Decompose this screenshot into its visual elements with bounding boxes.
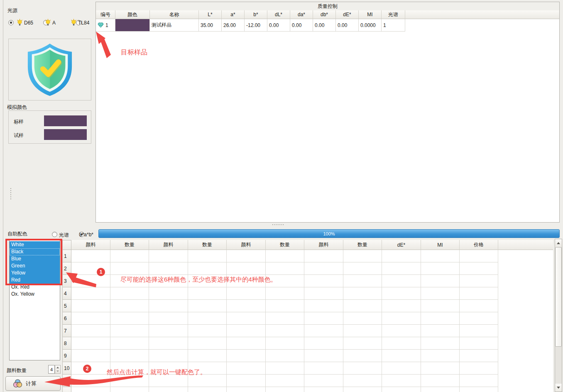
qc-col-header[interactable]: MI xyxy=(359,10,382,19)
recipe-cell[interactable] xyxy=(149,312,188,325)
calculate-button[interactable]: 计算 xyxy=(5,376,61,391)
row-header[interactable]: 11 xyxy=(62,375,71,387)
recipe-cell[interactable] xyxy=(188,250,227,262)
recipe-cell[interactable] xyxy=(227,250,266,262)
recipe-cell[interactable] xyxy=(421,387,460,392)
row-header[interactable]: 4 xyxy=(62,287,71,300)
recipe-cell[interactable] xyxy=(343,250,382,262)
recipe-cell[interactable] xyxy=(343,300,382,312)
table-row[interactable]: 6 xyxy=(62,312,553,325)
recipe-cell[interactable] xyxy=(421,250,460,262)
list-item[interactable]: Ox. Yellow xyxy=(10,291,60,298)
recipe-cell[interactable] xyxy=(460,350,498,362)
recipe-cell[interactable] xyxy=(71,312,110,325)
recipe-cell[interactable] xyxy=(188,312,227,325)
recipe-cell[interactable] xyxy=(460,387,498,392)
recipe-cell[interactable] xyxy=(227,262,266,275)
recipe-cell[interactable] xyxy=(266,362,304,375)
recipe-cell[interactable] xyxy=(149,325,188,337)
recipe-cell[interactable] xyxy=(227,337,266,350)
recipe-cell[interactable] xyxy=(460,337,498,350)
recipe-cell[interactable] xyxy=(304,350,343,362)
row-header[interactable]: 10 xyxy=(62,362,71,375)
recipe-cell[interactable] xyxy=(343,337,382,350)
scrollbar-track[interactable] xyxy=(555,347,562,384)
row-header[interactable]: 1 xyxy=(62,250,71,262)
stepper-down-button[interactable] xyxy=(55,370,60,374)
recipe-cell[interactable] xyxy=(343,375,382,387)
recipe-col-header[interactable]: 数量 xyxy=(266,240,304,250)
recipe-cell[interactable] xyxy=(110,250,149,262)
row-header[interactable]: 3 xyxy=(62,275,71,287)
qc-col-header[interactable]: db* xyxy=(313,10,336,19)
recipe-cell[interactable] xyxy=(71,275,110,287)
recipe-cell[interactable] xyxy=(343,287,382,300)
recipe-cell[interactable] xyxy=(304,262,343,275)
recipe-cell[interactable] xyxy=(460,275,498,287)
recipe-cell[interactable] xyxy=(421,300,460,312)
recipe-cell[interactable] xyxy=(188,375,227,387)
horizontal-splitter-handle[interactable] xyxy=(272,224,284,225)
table-row[interactable]: 4 xyxy=(62,287,553,300)
recipe-cell[interactable] xyxy=(110,350,149,362)
recipe-cell[interactable] xyxy=(382,350,421,362)
qc-col-header[interactable]: 名称 xyxy=(150,10,199,19)
qc-col-header[interactable]: dL* xyxy=(267,10,290,19)
recipe-cell[interactable] xyxy=(460,250,498,262)
recipe-cell[interactable] xyxy=(421,325,460,337)
table-row[interactable]: 7 xyxy=(62,325,553,337)
recipe-cell[interactable] xyxy=(304,325,343,337)
recipe-cell[interactable] xyxy=(188,325,227,337)
left-splitter[interactable] xyxy=(3,0,3,392)
recipe-col-header[interactable]: dE* xyxy=(382,240,421,250)
recipe-cell[interactable] xyxy=(343,325,382,337)
recipe-cell[interactable] xyxy=(71,375,110,387)
recipe-cell[interactable] xyxy=(382,325,421,337)
recipe-cell[interactable] xyxy=(421,350,460,362)
recipe-cell[interactable] xyxy=(227,312,266,325)
table-row[interactable]: 1 测试样品 35.00 26.00 -12.00 0.00 0.00 0.00… xyxy=(96,19,559,32)
recipe-col-header[interactable]: MI xyxy=(421,240,460,250)
recipe-cell[interactable] xyxy=(71,250,110,262)
qc-col-header[interactable]: da* xyxy=(290,10,313,19)
qc-col-header[interactable]: dE* xyxy=(336,10,359,19)
recipe-cell[interactable] xyxy=(343,387,382,392)
recipe-cell[interactable] xyxy=(227,300,266,312)
recipe-cell[interactable] xyxy=(149,337,188,350)
recipe-cell[interactable] xyxy=(149,287,188,300)
recipe-cell[interactable] xyxy=(421,312,460,325)
recipe-cell[interactable] xyxy=(304,287,343,300)
row-header[interactable]: 2 xyxy=(62,262,71,275)
table-row[interactable]: 2 xyxy=(62,262,553,275)
recipe-cell[interactable] xyxy=(266,375,304,387)
recipe-cell[interactable] xyxy=(227,362,266,375)
recipe-cell[interactable] xyxy=(343,350,382,362)
row-header[interactable]: 7 xyxy=(62,325,71,337)
stepper-up-button[interactable] xyxy=(55,365,60,370)
recipe-cell[interactable] xyxy=(110,337,149,350)
recipe-cell[interactable] xyxy=(71,337,110,350)
scroll-down-button[interactable] xyxy=(555,384,562,392)
recipe-cell[interactable] xyxy=(71,387,110,392)
row-header[interactable]: 6 xyxy=(62,312,71,325)
recipe-cell[interactable] xyxy=(227,287,266,300)
recipe-cell[interactable] xyxy=(343,362,382,375)
table-row[interactable]: 9 xyxy=(62,350,553,362)
recipe-col-header[interactable]: 数量 xyxy=(188,240,227,250)
recipe-cell[interactable] xyxy=(460,325,498,337)
recipe-cell[interactable] xyxy=(304,375,343,387)
recipe-cell[interactable] xyxy=(382,312,421,325)
recipe-cell[interactable] xyxy=(188,300,227,312)
table-row[interactable]: 5 xyxy=(62,300,553,312)
recipe-cell[interactable] xyxy=(460,262,498,275)
recipe-cell[interactable] xyxy=(421,275,460,287)
recipe-cell[interactable] xyxy=(460,362,498,375)
recipe-cell[interactable] xyxy=(110,312,149,325)
recipe-cell[interactable] xyxy=(343,275,382,287)
row-header[interactable]: 9 xyxy=(62,350,71,362)
recipe-cell[interactable] xyxy=(149,387,188,392)
radio-spectrum-mode[interactable] xyxy=(52,232,57,237)
recipe-cell[interactable] xyxy=(149,375,188,387)
recipe-cell[interactable] xyxy=(421,337,460,350)
recipe-cell[interactable] xyxy=(227,387,266,392)
